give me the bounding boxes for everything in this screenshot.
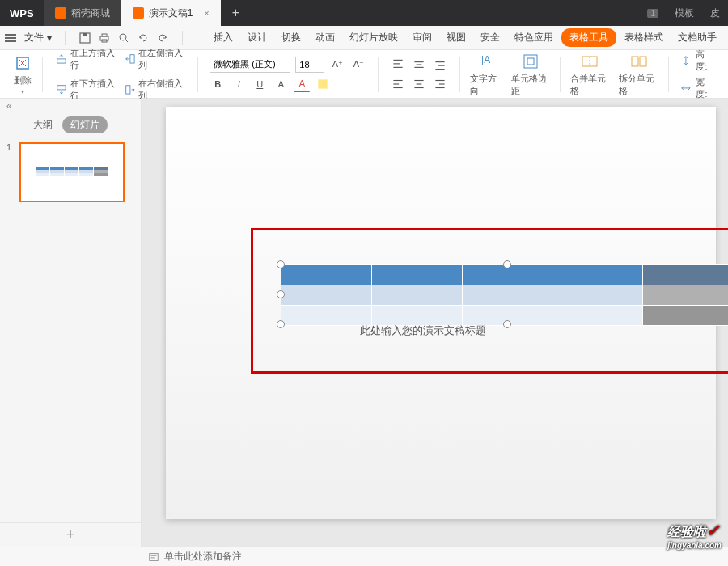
notification-badge[interactable]: 1 [639, 9, 667, 18]
svg-rect-39 [640, 57, 646, 66]
split-cells-button[interactable]: 拆分单元格 [614, 50, 662, 99]
font-name-input[interactable] [210, 57, 290, 73]
merge-cells-button[interactable]: 合并单元格 [565, 50, 614, 99]
resize-handle[interactable] [277, 260, 285, 268]
slide[interactable]: 此处输入您的演示文稿标题 [166, 107, 716, 519]
add-slide-button[interactable]: + [0, 522, 141, 547]
svg-rect-1 [83, 33, 87, 36]
insert-right-icon [125, 83, 136, 96]
thumbnail-list: 1 [0, 136, 141, 522]
insert-col-left-button[interactable]: 在左侧插入列 [123, 45, 187, 73]
outline-tab[interactable]: 大纲 [33, 118, 53, 132]
text-direction-icon: ||A [476, 52, 495, 71]
resize-handle[interactable] [503, 260, 511, 268]
menu-animation[interactable]: 动画 [309, 28, 341, 47]
add-tab-button[interactable]: + [221, 6, 251, 20]
size-group: 高度: 宽度: [674, 49, 720, 100]
increase-font-icon[interactable]: A⁺ [329, 57, 345, 73]
italic-button[interactable]: I [231, 76, 247, 92]
svg-rect-14 [319, 79, 328, 88]
menu-insert[interactable]: 插入 [207, 28, 239, 47]
shadow-button[interactable]: A [273, 76, 289, 92]
svg-rect-11 [130, 54, 134, 62]
align-bottom-icon[interactable] [432, 57, 448, 73]
slides-tab[interactable]: 幻灯片 [62, 116, 108, 133]
notes-placeholder[interactable]: 单击此处添加备注 [164, 550, 242, 564]
menu-view[interactable]: 视图 [440, 28, 472, 47]
slide-thumbnail[interactable]: 1 [6, 142, 134, 202]
thumbnail-preview [19, 142, 125, 202]
menu-special[interactable]: 特色应用 [508, 28, 560, 47]
tab-store-label: 稻壳商城 [71, 6, 110, 20]
merge-icon [580, 52, 599, 71]
menu-security[interactable]: 安全 [474, 28, 506, 47]
titlebar: WPS 稻壳商城 演示文稿1 × + 1 模板 皮 [0, 0, 728, 26]
tab-store[interactable]: 稻壳商城 [44, 0, 121, 26]
bold-button[interactable]: B [210, 76, 226, 92]
view-tabs: 大纲 幻灯片 [0, 113, 141, 136]
svg-rect-40 [150, 553, 159, 560]
align-left-icon[interactable] [390, 76, 406, 92]
font-size-input[interactable] [295, 57, 324, 73]
decrease-font-icon[interactable]: A⁻ [350, 57, 366, 73]
hamburger-icon[interactable] [5, 34, 16, 42]
redo-icon[interactable] [156, 32, 169, 44]
highlight-button[interactable] [315, 76, 331, 92]
workspace: « 大纲 幻灯片 1 + [0, 99, 728, 547]
split-icon [629, 52, 649, 71]
menu-review[interactable]: 审阅 [406, 28, 438, 47]
print-icon[interactable] [98, 32, 111, 44]
underline-button[interactable]: U [252, 76, 268, 92]
preview-icon[interactable] [117, 32, 130, 44]
notes-icon[interactable] [148, 551, 159, 563]
chevron-down-icon: ▾ [21, 88, 24, 95]
cell-margin-button[interactable]: 单元格边距 [506, 50, 555, 99]
table[interactable] [281, 264, 728, 326]
canvas[interactable]: 此处输入您的演示文稿标题 [142, 99, 728, 547]
svg-text:||A: ||A [479, 54, 490, 65]
tab-document[interactable]: 演示文稿1 × [121, 0, 221, 26]
align-group [383, 57, 455, 92]
close-icon[interactable]: × [204, 8, 209, 18]
undo-icon[interactable] [137, 32, 150, 44]
align-top-icon[interactable] [390, 57, 406, 73]
text-direction-button[interactable]: ||A 文字方向 [465, 50, 506, 99]
insert-below-icon [56, 83, 67, 96]
menu-doc-helper[interactable]: 文档助手 [671, 28, 723, 47]
skin-button[interactable]: 皮 [702, 6, 728, 20]
menu-table-style[interactable]: 表格样式 [618, 28, 670, 47]
svg-rect-13 [125, 85, 129, 93]
font-color-button[interactable]: A [294, 76, 310, 92]
insert-row-above-button[interactable]: 在上方插入行 [54, 45, 118, 73]
resize-handle[interactable] [277, 290, 285, 298]
panel-collapse[interactable]: « [0, 99, 141, 113]
wps-logo: WPS [0, 7, 44, 19]
insert-rowcol-group: 在上方插入行 在左侧插入列 在下方插入行 在右侧插入列 [48, 45, 193, 103]
table-object[interactable] [281, 264, 728, 324]
chevron-down-icon: ▾ [47, 32, 52, 44]
template-button[interactable]: 模板 [667, 6, 702, 20]
wps-logo-text: WPS [10, 7, 34, 19]
resize-handle[interactable] [503, 320, 511, 328]
align-center-icon[interactable] [411, 76, 427, 92]
svg-rect-38 [632, 57, 638, 66]
resize-handle[interactable] [277, 320, 285, 328]
menu-table-tools[interactable]: 表格工具 [561, 28, 616, 47]
svg-rect-12 [57, 85, 66, 89]
delete-button[interactable]: 删除 ▾ [8, 52, 37, 97]
menu-transition[interactable]: 切换 [275, 28, 307, 47]
height-icon [680, 54, 692, 67]
svg-point-5 [120, 34, 126, 40]
table-row [281, 285, 729, 306]
menu-design[interactable]: 设计 [241, 28, 273, 47]
insert-left-icon [125, 53, 136, 65]
svg-rect-35 [527, 58, 534, 65]
menu-slideshow[interactable]: 幻灯片放映 [343, 28, 404, 47]
save-icon[interactable] [78, 32, 91, 44]
align-middle-icon[interactable] [411, 57, 427, 73]
svg-rect-10 [57, 59, 66, 63]
fire-icon [55, 7, 66, 19]
align-right-icon[interactable] [432, 76, 448, 92]
file-menu[interactable]: 文件 ▾ [18, 29, 58, 46]
insert-above-icon [56, 53, 67, 65]
